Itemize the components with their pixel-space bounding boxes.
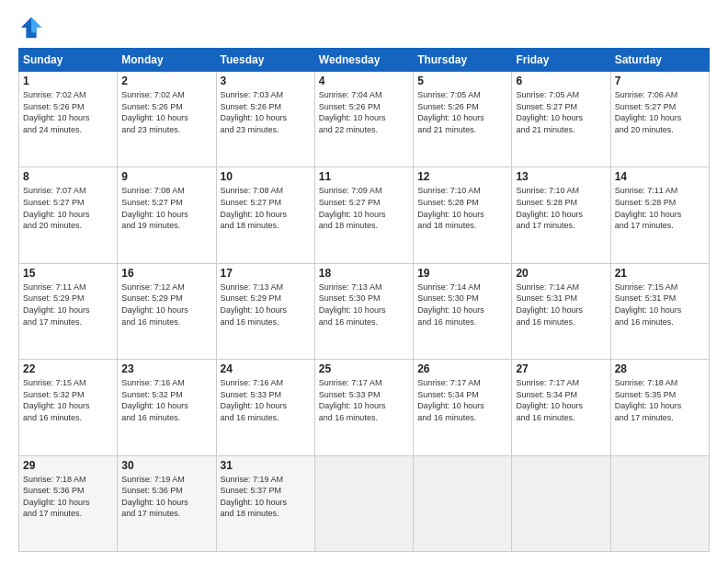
day-info: Sunrise: 7:11 AM Sunset: 5:29 PM Dayligh… — [23, 282, 113, 327]
day-cell — [414, 455, 512, 551]
day-number: 12 — [417, 170, 507, 183]
day-number: 8 — [23, 170, 113, 183]
week-row-4: 22Sunrise: 7:15 AM Sunset: 5:32 PM Dayli… — [19, 360, 710, 455]
day-number: 1 — [23, 75, 113, 87]
weekday-header-wednesday: Wednesday — [314, 49, 413, 72]
day-info: Sunrise: 7:11 AM Sunset: 5:28 PM Dayligh… — [615, 185, 705, 231]
day-cell: 11Sunrise: 7:09 AM Sunset: 5:27 PM Dayli… — [314, 167, 413, 263]
day-number: 21 — [615, 267, 705, 280]
day-cell — [314, 455, 413, 551]
svg-marker-1 — [31, 17, 41, 33]
day-cell: 19Sunrise: 7:14 AM Sunset: 5:30 PM Dayli… — [414, 263, 512, 359]
day-number: 15 — [23, 267, 113, 280]
day-cell: 23Sunrise: 7:16 AM Sunset: 5:32 PM Dayli… — [118, 360, 216, 455]
day-cell: 29Sunrise: 7:18 AM Sunset: 5:36 PM Dayli… — [19, 455, 118, 551]
calendar-table: SundayMondayTuesdayWednesdayThursdayFrid… — [18, 48, 710, 552]
day-number: 13 — [516, 170, 606, 183]
day-info: Sunrise: 7:05 AM Sunset: 5:26 PM Dayligh… — [417, 89, 507, 135]
day-number: 30 — [121, 459, 211, 472]
day-info: Sunrise: 7:18 AM Sunset: 5:36 PM Dayligh… — [23, 474, 113, 520]
day-number: 14 — [615, 170, 705, 183]
day-info: Sunrise: 7:02 AM Sunset: 5:26 PM Dayligh… — [121, 89, 211, 135]
day-cell: 16Sunrise: 7:12 AM Sunset: 5:29 PM Dayli… — [118, 263, 216, 359]
week-row-1: 1Sunrise: 7:02 AM Sunset: 5:26 PM Daylig… — [19, 72, 710, 167]
weekday-header-row: SundayMondayTuesdayWednesdayThursdayFrid… — [19, 49, 710, 72]
day-cell: 2Sunrise: 7:02 AM Sunset: 5:26 PM Daylig… — [118, 72, 216, 167]
day-number: 25 — [319, 362, 409, 375]
header — [18, 15, 710, 40]
day-info: Sunrise: 7:14 AM Sunset: 5:31 PM Dayligh… — [516, 282, 606, 327]
day-cell: 30Sunrise: 7:19 AM Sunset: 5:36 PM Dayli… — [118, 455, 216, 551]
day-cell: 1Sunrise: 7:02 AM Sunset: 5:26 PM Daylig… — [19, 72, 118, 167]
day-number: 9 — [121, 170, 211, 183]
day-number: 20 — [516, 267, 606, 280]
day-number: 27 — [516, 362, 606, 375]
day-info: Sunrise: 7:17 AM Sunset: 5:34 PM Dayligh… — [516, 377, 606, 423]
weekday-header-monday: Monday — [118, 49, 216, 72]
day-cell: 27Sunrise: 7:17 AM Sunset: 5:34 PM Dayli… — [512, 360, 610, 455]
logo — [18, 15, 48, 40]
weekday-header-sunday: Sunday — [19, 49, 118, 72]
day-number: 5 — [417, 75, 507, 87]
day-info: Sunrise: 7:06 AM Sunset: 5:27 PM Dayligh… — [615, 89, 705, 135]
day-number: 16 — [121, 267, 211, 280]
day-cell — [512, 455, 610, 551]
day-info: Sunrise: 7:05 AM Sunset: 5:27 PM Dayligh… — [516, 89, 606, 135]
day-cell: 31Sunrise: 7:19 AM Sunset: 5:37 PM Dayli… — [216, 455, 314, 551]
day-number: 19 — [417, 267, 507, 280]
day-cell: 7Sunrise: 7:06 AM Sunset: 5:27 PM Daylig… — [610, 72, 709, 167]
day-cell: 28Sunrise: 7:18 AM Sunset: 5:35 PM Dayli… — [610, 360, 709, 455]
day-info: Sunrise: 7:10 AM Sunset: 5:28 PM Dayligh… — [516, 185, 606, 231]
day-number: 28 — [615, 362, 705, 375]
day-cell: 13Sunrise: 7:10 AM Sunset: 5:28 PM Dayli… — [512, 167, 610, 263]
day-cell: 21Sunrise: 7:15 AM Sunset: 5:31 PM Dayli… — [610, 263, 709, 359]
day-info: Sunrise: 7:18 AM Sunset: 5:35 PM Dayligh… — [615, 377, 705, 423]
day-cell: 24Sunrise: 7:16 AM Sunset: 5:33 PM Dayli… — [216, 360, 314, 455]
day-info: Sunrise: 7:15 AM Sunset: 5:32 PM Dayligh… — [23, 377, 113, 423]
page: SundayMondayTuesdayWednesdayThursdayFrid… — [0, 0, 728, 563]
day-cell: 26Sunrise: 7:17 AM Sunset: 5:34 PM Dayli… — [414, 360, 512, 455]
weekday-header-tuesday: Tuesday — [216, 49, 314, 72]
day-info: Sunrise: 7:15 AM Sunset: 5:31 PM Dayligh… — [615, 282, 705, 327]
day-info: Sunrise: 7:14 AM Sunset: 5:30 PM Dayligh… — [417, 282, 507, 327]
day-info: Sunrise: 7:16 AM Sunset: 5:32 PM Dayligh… — [121, 377, 211, 423]
day-cell: 20Sunrise: 7:14 AM Sunset: 5:31 PM Dayli… — [512, 263, 610, 359]
day-info: Sunrise: 7:09 AM Sunset: 5:27 PM Dayligh… — [319, 185, 409, 231]
day-number: 2 — [121, 75, 211, 87]
day-info: Sunrise: 7:03 AM Sunset: 5:26 PM Dayligh… — [221, 89, 311, 135]
day-number: 11 — [319, 170, 409, 183]
day-number: 29 — [23, 459, 113, 472]
day-info: Sunrise: 7:10 AM Sunset: 5:28 PM Dayligh… — [417, 185, 507, 231]
day-info: Sunrise: 7:13 AM Sunset: 5:30 PM Dayligh… — [319, 282, 409, 327]
day-number: 10 — [221, 170, 311, 183]
day-cell: 3Sunrise: 7:03 AM Sunset: 5:26 PM Daylig… — [216, 72, 314, 167]
day-cell: 6Sunrise: 7:05 AM Sunset: 5:27 PM Daylig… — [512, 72, 610, 167]
day-info: Sunrise: 7:08 AM Sunset: 5:27 PM Dayligh… — [121, 185, 211, 231]
day-info: Sunrise: 7:12 AM Sunset: 5:29 PM Dayligh… — [121, 282, 211, 327]
day-number: 17 — [221, 267, 311, 280]
day-cell: 5Sunrise: 7:05 AM Sunset: 5:26 PM Daylig… — [414, 72, 512, 167]
weekday-header-thursday: Thursday — [414, 49, 512, 72]
day-cell: 14Sunrise: 7:11 AM Sunset: 5:28 PM Dayli… — [610, 167, 709, 263]
day-info: Sunrise: 7:17 AM Sunset: 5:34 PM Dayligh… — [417, 377, 507, 423]
week-row-2: 8Sunrise: 7:07 AM Sunset: 5:27 PM Daylig… — [19, 167, 710, 263]
day-cell: 22Sunrise: 7:15 AM Sunset: 5:32 PM Dayli… — [19, 360, 118, 455]
day-info: Sunrise: 7:07 AM Sunset: 5:27 PM Dayligh… — [23, 185, 113, 231]
day-number: 7 — [615, 75, 705, 87]
day-info: Sunrise: 7:19 AM Sunset: 5:37 PM Dayligh… — [221, 474, 311, 520]
day-number: 31 — [221, 459, 311, 472]
day-number: 18 — [319, 267, 409, 280]
day-number: 22 — [23, 362, 113, 375]
day-cell: 12Sunrise: 7:10 AM Sunset: 5:28 PM Dayli… — [414, 167, 512, 263]
day-number: 26 — [417, 362, 507, 375]
day-info: Sunrise: 7:13 AM Sunset: 5:29 PM Dayligh… — [221, 282, 311, 327]
day-info: Sunrise: 7:16 AM Sunset: 5:33 PM Dayligh… — [221, 377, 311, 423]
day-cell: 9Sunrise: 7:08 AM Sunset: 5:27 PM Daylig… — [118, 167, 216, 263]
day-number: 3 — [221, 75, 311, 87]
logo-icon — [18, 15, 44, 40]
day-info: Sunrise: 7:08 AM Sunset: 5:27 PM Dayligh… — [221, 185, 311, 231]
day-cell: 4Sunrise: 7:04 AM Sunset: 5:26 PM Daylig… — [314, 72, 413, 167]
day-info: Sunrise: 7:19 AM Sunset: 5:36 PM Dayligh… — [121, 474, 211, 520]
day-number: 24 — [221, 362, 311, 375]
week-row-3: 15Sunrise: 7:11 AM Sunset: 5:29 PM Dayli… — [19, 263, 710, 359]
